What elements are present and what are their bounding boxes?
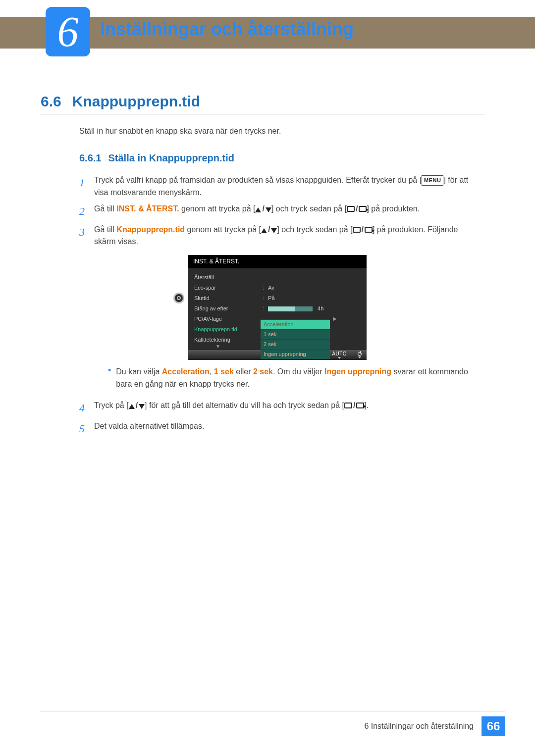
step-5: 5 Det valda alternativet tillämpas. [79, 420, 476, 437]
osd-item: Källdetektering [192, 335, 257, 345]
down-arrow-icon [271, 228, 277, 233]
note-text: Du kan välja Acceleration, 1 sek eller 2… [116, 366, 476, 391]
source-icon [353, 227, 361, 233]
step-text: Det valda alternativet tillämpas. [94, 420, 476, 437]
osd-item: PC/AV-läge [192, 314, 257, 324]
page-footer: 6 Inställningar och återställning 66 [364, 716, 505, 736]
step-1: 1 Tryck på valfri knapp på framsidan av … [79, 174, 476, 199]
osd-value: Av [268, 285, 274, 291]
osd-body: Återställ Eco-spar Sluttid Stäng av efte… [188, 268, 367, 350]
scroll-down-icon: ▼ [215, 343, 220, 351]
step-3: 3 Gå till Knappupprepn.tid genom att try… [79, 224, 476, 396]
emphasis: Knappupprepn.tid [116, 225, 185, 234]
step-text: Tryck på [/] för att gå till det alterna… [94, 400, 476, 416]
section-title: Knappupprepn.tid [72, 93, 200, 109]
osd-dropdown-option-selected: Acceleration [261, 319, 330, 329]
osd-item: Sluttid [192, 293, 257, 303]
option: 1 sek [214, 367, 234, 376]
source-icon [344, 403, 352, 408]
steps-list: 1 Tryck på valfri knapp på framsidan av … [79, 174, 476, 441]
step-text: Tryck på valfri knapp på framsidan av pr… [94, 174, 476, 199]
down-arrow-icon [266, 207, 271, 212]
step-number: 2 [79, 203, 94, 220]
subsection-number: 6.6.1 [79, 152, 101, 163]
section-intro: Ställ in hur snabbt en knapp ska svara n… [79, 127, 281, 136]
step-text: Gå till Knappupprepn.tid genom att tryck… [94, 224, 476, 396]
nav-power-icon [358, 352, 362, 358]
osd-item-selected: Knappupprepn.tid [192, 324, 257, 335]
option: Ingen upprepning [324, 367, 391, 376]
submenu-arrow-icon: ▶ [333, 315, 337, 323]
menu-button-icon: MENU [422, 175, 443, 186]
osd-screenshot: INST. & ÅTERST. Återställ Eco-spar Slutt… [188, 255, 367, 360]
enter-icon [365, 227, 373, 233]
enter-icon [356, 403, 364, 408]
subsection-heading: 6.6.1Ställa in Knappupprepn.tid [79, 152, 234, 164]
footer-text: 6 Inställningar och återställning [364, 722, 474, 731]
osd-dropdown-option: 1 sek [261, 329, 330, 339]
step-number: 4 [79, 400, 94, 416]
down-arrow-icon [139, 404, 145, 409]
footer-rule [40, 711, 505, 711]
chapter-number: 6 [57, 7, 79, 56]
option: Acceleration [162, 367, 210, 376]
up-arrow-icon [129, 404, 135, 409]
osd-slider [268, 306, 313, 311]
step-number: 5 [79, 420, 94, 437]
subsection-title: Ställa in Knappupprepn.tid [108, 152, 234, 163]
step-2: 2 Gå till INST. & ÅTERST. genom att tryc… [79, 203, 476, 220]
osd-title: INST. & ÅTERST. [188, 255, 367, 268]
enter-icon [359, 206, 367, 212]
bullet-icon: • [108, 366, 111, 391]
emphasis: INST. & ÅTERST. [116, 204, 179, 213]
section-underline [40, 114, 485, 114]
up-arrow-icon [255, 207, 261, 212]
osd-menu-column: Återställ Eco-spar Sluttid Stäng av efte… [192, 272, 257, 345]
option: 2 sek [253, 367, 273, 376]
chapter-number-box: 6 [46, 7, 90, 56]
gear-icon [173, 293, 184, 303]
section-heading: 6.6Knappupprepn.tid [41, 93, 200, 110]
step-4: 4 Tryck på [/] för att gå till det alter… [79, 400, 476, 416]
section-number: 6.6 [41, 93, 61, 109]
osd-item: Eco-spar [192, 283, 257, 293]
osd-item: Återställ [192, 272, 257, 283]
step-number: 3 [79, 224, 94, 396]
page-number: 66 [482, 716, 505, 736]
note-bullet: • Du kan välja Acceleration, 1 sek eller… [108, 366, 476, 391]
nav-auto-icon: AUTO [332, 352, 347, 359]
chapter-title: Inställningar och återställning [100, 19, 354, 40]
osd-value: 4h [313, 305, 323, 311]
step-text: Gå till INST. & ÅTERST. genom att trycka… [94, 203, 476, 220]
osd-value-column: :Av :På :4h : ▶ Acceleration 1 sek 2 sek… [261, 272, 335, 345]
osd-value: På [268, 295, 274, 301]
osd-dropdown-option: Ingen upprepning [261, 349, 330, 359]
source-icon [347, 206, 355, 212]
osd-item: Stäng av efter [192, 303, 257, 314]
up-arrow-icon [261, 228, 267, 233]
osd-dropdown-option: 2 sek [261, 339, 330, 349]
osd-dropdown: Acceleration 1 sek 2 sek Ingen upprepnin… [261, 319, 330, 359]
step-number: 1 [79, 174, 94, 199]
